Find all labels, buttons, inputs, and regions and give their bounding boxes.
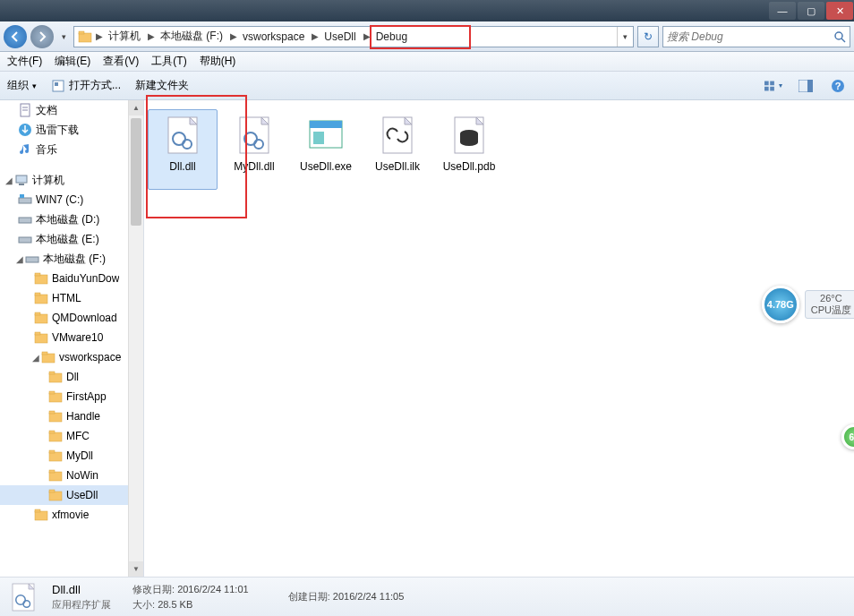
breadcrumb-item[interactable]: 本地磁盘 (F:) xyxy=(155,29,230,44)
breadcrumb-item[interactable]: Debug xyxy=(371,30,414,43)
svg-rect-21 xyxy=(20,194,24,198)
sidebar-item-computer[interactable]: ◢ 计算机 xyxy=(0,170,143,190)
file-item[interactable]: UseDll.ilk xyxy=(363,109,432,190)
menu-file[interactable]: 文件(F) xyxy=(7,54,42,69)
scroll-down-button[interactable]: ▼ xyxy=(129,561,143,577)
sidebar-item-folder[interactable]: BaiduYunDow xyxy=(0,269,143,288)
svg-rect-11 xyxy=(807,80,813,92)
sidebar-item-folder[interactable]: Handle xyxy=(0,406,143,426)
sidebar-item-folder[interactable]: Dll xyxy=(0,367,143,387)
address-bar[interactable]: ▶ 计算机 ▶ 本地磁盘 (F:) ▶ vsworkspace ▶ UseDll… xyxy=(73,26,634,47)
svg-rect-41 xyxy=(49,432,62,441)
sidebar-item-folder[interactable]: xfmovie xyxy=(0,505,143,525)
file-label: Dll.dll xyxy=(169,160,195,173)
breadcrumb-item[interactable]: vsworkspace xyxy=(237,30,312,43)
folder-icon xyxy=(48,429,63,443)
back-button[interactable] xyxy=(4,25,27,48)
file-type-icon xyxy=(376,114,419,157)
sidebar-item-folder[interactable]: MFC xyxy=(0,426,143,446)
help-button[interactable]: ? xyxy=(829,77,847,95)
file-item[interactable]: MyDll.dll xyxy=(219,109,289,190)
svg-rect-60 xyxy=(310,121,342,128)
menu-view[interactable]: 查看(V) xyxy=(103,54,139,69)
menu-tools[interactable]: 工具(T) xyxy=(151,54,186,69)
file-item[interactable]: Dll.dll xyxy=(148,109,218,190)
preview-pane-button[interactable] xyxy=(797,77,815,95)
search-box[interactable] xyxy=(662,26,850,47)
svg-rect-36 xyxy=(49,372,55,374)
sidebar-item-xunlei[interactable]: 迅雷下载 xyxy=(0,120,143,140)
green-widget[interactable]: 60 xyxy=(841,424,854,449)
folder-icon xyxy=(34,311,48,325)
minimize-button[interactable]: — xyxy=(769,2,796,20)
navigation-tree: 文档 迅雷下载 音乐 ◢ 计算机 WIN7 (C:) 本地磁盘 (D:) 本地磁… xyxy=(0,100,144,577)
music-icon xyxy=(18,142,32,157)
file-type-icon xyxy=(448,114,491,157)
refresh-button[interactable]: ↻ xyxy=(637,26,659,47)
svg-rect-5 xyxy=(55,82,58,86)
drive-icon xyxy=(18,232,32,246)
file-label: MyDll.dll xyxy=(234,160,274,173)
file-item[interactable]: UseDll.exe xyxy=(291,109,361,190)
file-type-icon xyxy=(304,114,347,157)
details-pane: Dll.dll 应用程序扩展 修改日期: 2016/2/24 11:01 大小:… xyxy=(0,577,854,616)
breadcrumb-item[interactable]: 计算机 xyxy=(103,29,148,44)
sidebar-item-usedll[interactable]: UseDll xyxy=(0,485,143,505)
sidebar-item-vsworkspace[interactable]: ◢vsworkspace xyxy=(0,347,143,367)
view-options-button[interactable]: ▾ xyxy=(764,77,782,95)
sidebar-item-drive-f[interactable]: ◢ 本地磁盘 (F:) xyxy=(0,249,143,269)
svg-rect-50 xyxy=(35,509,40,512)
address-dropdown[interactable]: ▾ xyxy=(617,27,633,47)
maximize-button[interactable]: ▢ xyxy=(798,2,824,20)
expand-icon[interactable]: ◢ xyxy=(4,175,14,185)
folder-icon xyxy=(34,330,48,345)
memory-circle: 4.78G xyxy=(762,286,799,323)
svg-rect-18 xyxy=(16,175,27,183)
scroll-up-button[interactable]: ▲ xyxy=(129,100,143,116)
sidebar-item-documents[interactable]: 文档 xyxy=(0,100,143,120)
svg-rect-33 xyxy=(42,354,55,363)
svg-rect-7 xyxy=(770,81,774,85)
svg-rect-44 xyxy=(49,450,55,453)
sidebar-item-folder[interactable]: VMware10 xyxy=(0,328,143,347)
open-with-button[interactable]: 打开方式... xyxy=(51,78,121,93)
sidebar-item-folder[interactable]: MyDll xyxy=(0,446,143,466)
forward-button[interactable] xyxy=(30,25,54,48)
svg-rect-37 xyxy=(49,393,62,402)
file-type-icon xyxy=(161,114,204,157)
sidebar-item-drive-e[interactable]: 本地磁盘 (E:) xyxy=(0,229,143,249)
command-bar: 组织 ▾ 打开方式... 新建文件夹 ▾ ? xyxy=(0,72,854,100)
svg-rect-48 xyxy=(49,490,55,492)
new-folder-button[interactable]: 新建文件夹 xyxy=(135,78,189,93)
file-icon xyxy=(7,581,39,613)
arrow-right-icon xyxy=(37,31,47,42)
svg-rect-20 xyxy=(19,198,31,203)
memory-widget[interactable]: 4.78G 26°CCPU温度 xyxy=(762,286,854,323)
svg-rect-0 xyxy=(79,33,91,42)
file-item[interactable]: UseDll.pdb xyxy=(434,109,504,190)
window-titlebar: — ▢ ✕ xyxy=(0,0,854,21)
sidebar-item-folder[interactable]: HTML xyxy=(0,288,143,308)
organize-button[interactable]: 组织 ▾ xyxy=(7,78,37,93)
sidebar-item-folder[interactable]: NoWin xyxy=(0,466,143,485)
breadcrumb-item[interactable]: UseDll xyxy=(319,30,363,43)
sidebar-item-folder[interactable]: QMDownload xyxy=(0,308,143,328)
svg-rect-22 xyxy=(19,218,31,223)
menu-edit[interactable]: 编辑(E) xyxy=(55,54,90,69)
sidebar-item-drive-d[interactable]: 本地磁盘 (D:) xyxy=(0,210,143,229)
menu-help[interactable]: 帮助(H) xyxy=(200,54,236,69)
sidebar-item-folder[interactable]: FirstApp xyxy=(0,387,143,406)
expand-icon[interactable]: ◢ xyxy=(14,254,25,264)
sidebar-scrollbar[interactable]: ▲ ▼ xyxy=(128,100,143,577)
svg-rect-45 xyxy=(49,472,62,481)
svg-rect-1 xyxy=(79,31,84,34)
nav-history-dropdown[interactable]: ▾ xyxy=(57,27,70,47)
scrollbar-thumb[interactable] xyxy=(131,118,141,226)
sidebar-item-drive-c[interactable]: WIN7 (C:) xyxy=(0,190,143,210)
sidebar-item-music[interactable]: 音乐 xyxy=(0,140,143,159)
expand-icon[interactable]: ◢ xyxy=(30,353,41,363)
close-button[interactable]: ✕ xyxy=(826,2,853,20)
search-input[interactable] xyxy=(667,30,833,43)
file-label: UseDll.exe xyxy=(300,160,352,173)
folder-icon xyxy=(34,508,48,522)
